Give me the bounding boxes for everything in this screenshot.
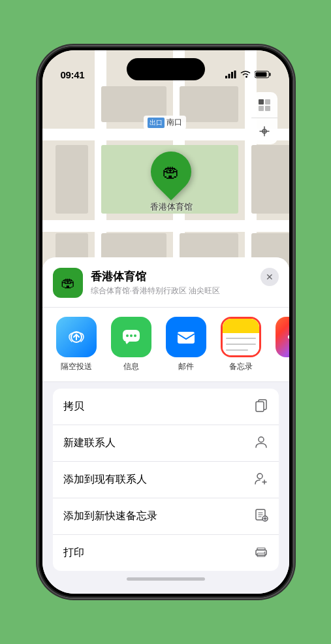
menu-items-list: 拷贝 新建联系人: [53, 389, 279, 571]
svg-point-14: [126, 334, 129, 337]
svg-point-16: [134, 334, 136, 337]
svg-rect-0: [225, 76, 227, 78]
map-label-tag: 出口: [148, 118, 165, 128]
notes-icon: [221, 317, 261, 357]
close-button[interactable]: ✕: [260, 268, 279, 286]
svg-rect-17: [178, 332, 195, 344]
phone-screen: 09:41: [42, 50, 289, 594]
add-existing-label: 添加到现有联系人: [63, 473, 147, 487]
status-icons: [225, 71, 271, 80]
svg-rect-9: [259, 106, 264, 111]
svg-rect-7: [259, 99, 264, 105]
map-controls: [251, 92, 277, 144]
wifi-icon: [240, 71, 251, 80]
more-icon: [276, 317, 289, 357]
venue-text: 香港体育馆 综合体育馆·香港特别行政区 油尖旺区: [91, 269, 221, 297]
marker-label: 香港体育馆: [150, 201, 193, 213]
menu-item-print[interactable]: 打印: [53, 535, 279, 571]
notes-label: 备忘录: [229, 361, 253, 372]
new-contact-icon: [254, 434, 268, 452]
venue-info-left: 🏟 香港体育馆 综合体育馆·香港特别行政区 油尖旺区: [53, 268, 221, 298]
copy-label: 拷贝: [63, 400, 84, 413]
location-button[interactable]: [251, 118, 277, 144]
message-label: 信息: [123, 361, 139, 372]
share-action-airdrop[interactable]: 隔空投送: [53, 317, 100, 372]
map-label-text: 南口: [166, 117, 182, 128]
share-action-message[interactable]: 信息: [108, 317, 155, 372]
svg-point-21: [257, 474, 262, 479]
svg-point-15: [130, 334, 133, 337]
svg-rect-5: [269, 73, 270, 76]
message-icon: [111, 317, 151, 357]
add-existing-icon: [254, 471, 268, 489]
battery-icon: [255, 71, 271, 80]
airdrop-label: 隔空投送: [61, 361, 92, 372]
venue-subtitle: 综合体育馆·香港特别行政区 油尖旺区: [91, 285, 221, 297]
svg-rect-19: [256, 402, 264, 411]
menu-item-add-note[interactable]: 添加到新快速备忘录: [53, 498, 279, 535]
print-label: 打印: [63, 546, 84, 560]
svg-rect-3: [234, 71, 236, 78]
mail-icon: [166, 317, 206, 357]
home-indicator: [127, 577, 205, 581]
share-actions-row: 隔空投送 信息: [42, 308, 289, 382]
dynamic-island: [127, 58, 205, 80]
menu-item-add-existing[interactable]: 添加到现有联系人: [53, 462, 279, 498]
stadium-marker: 🏟 香港体育馆: [150, 152, 193, 213]
map-entrance-label: 出口 南口: [144, 116, 186, 129]
svg-point-27: [264, 552, 265, 553]
signal-icon: [225, 71, 236, 80]
share-action-notes[interactable]: 备忘录: [217, 317, 264, 372]
venue-name: 香港体育馆: [91, 269, 221, 284]
mail-label: 邮件: [178, 361, 194, 372]
svg-rect-8: [265, 99, 270, 105]
stadium-icon: 🏟: [163, 162, 180, 182]
menu-item-copy[interactable]: 拷贝: [53, 389, 279, 425]
add-note-label: 添加到新快速备忘录: [63, 509, 157, 523]
svg-rect-10: [265, 106, 270, 111]
share-action-mail[interactable]: 邮件: [163, 317, 210, 372]
home-indicator-container: [42, 571, 289, 581]
share-action-more[interactable]: 拷: [272, 317, 289, 372]
new-contact-label: 新建联系人: [63, 436, 116, 450]
venue-icon: 🏟: [53, 268, 83, 298]
status-time: 09:41: [61, 69, 85, 80]
svg-point-20: [259, 437, 264, 442]
airdrop-icon: [56, 317, 97, 357]
add-note-icon: [254, 507, 268, 525]
bottom-sheet: 🏟 香港体育馆 综合体育馆·香港特别行政区 油尖旺区 ✕: [42, 257, 289, 594]
copy-icon: [254, 398, 268, 415]
menu-item-new-contact[interactable]: 新建联系人: [53, 425, 279, 462]
venue-info-header: 🏟 香港体育馆 综合体育馆·香港特别行政区 油尖旺区 ✕: [42, 257, 289, 308]
svg-rect-6: [255, 72, 266, 77]
print-icon: [254, 544, 268, 562]
svg-rect-2: [231, 72, 233, 78]
phone-frame: 09:41: [39, 46, 293, 598]
map-view-button[interactable]: [251, 92, 277, 118]
svg-rect-1: [228, 74, 230, 78]
marker-pin: 🏟: [142, 143, 200, 201]
